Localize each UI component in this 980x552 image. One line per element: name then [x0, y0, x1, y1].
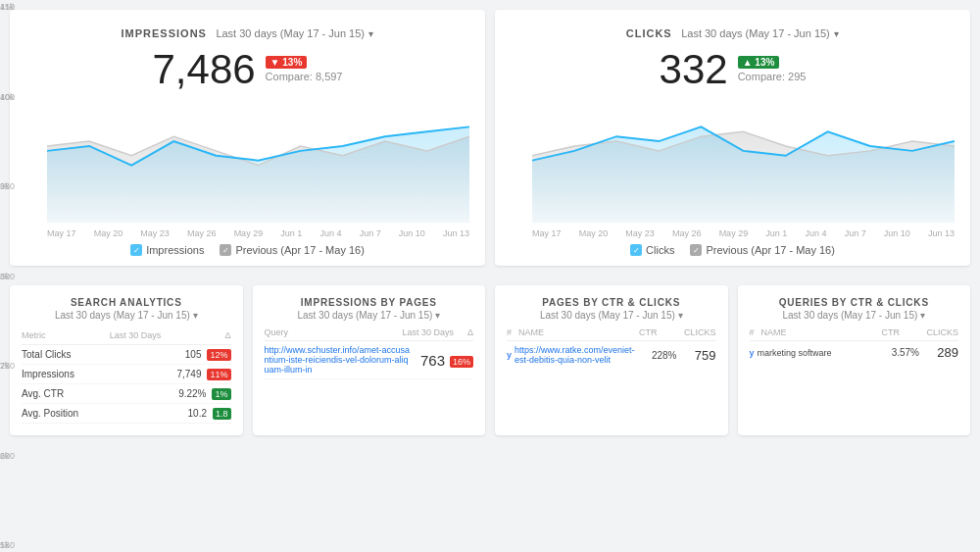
search-analytics-header: Metric Last 30 Days Δ [22, 326, 231, 345]
clicks-card: CLICKS Last 30 days (May 17 - Jun 15) ▾ … [495, 10, 970, 266]
impressions-value: 7,486 [153, 47, 256, 92]
clicks-chart [532, 98, 955, 223]
delta-badge: 1% [212, 388, 230, 400]
favicon-icon: y [750, 348, 755, 358]
search-analytics-date[interactable]: Last 30 days (May 17 - Jun 15) ▾ [22, 310, 231, 321]
search-analytics-title: SEARCH ANALYTICS [22, 297, 231, 308]
pages-ctr-clicks-card: PAGES BY CTR & CLICKS Last 30 days (May … [495, 285, 728, 435]
impressions-compare: Compare: 8,597 [266, 71, 343, 82]
impressions-prev-checkbox[interactable]: ✓ [220, 244, 231, 256]
pages-ctr-date[interactable]: Last 30 days (May 17 - Jun 15) ▾ [507, 310, 716, 321]
favicon-icon: y [507, 350, 512, 360]
table-row: Avg. Position 10.2 1.8 [22, 404, 231, 424]
impressions-by-pages-card: IMPRESSIONS BY PAGES Last 30 days (May 1… [253, 285, 486, 435]
impressions-pages-date[interactable]: Last 30 days (May 17 - Jun 15) ▾ [265, 310, 474, 321]
queries-ctr-clicks-card: QUERIES BY CTR & CLICKS Last 30 days (Ma… [738, 285, 971, 435]
legend-impressions[interactable]: ✓ Impressions [130, 244, 204, 256]
pages-ctr-title: PAGES BY CTR & CLICKS [507, 297, 716, 308]
legend-clicks-prev[interactable]: ✓ Previous (Apr 17 - May 16) [690, 244, 834, 256]
impressions-badge: ▼ 13% [266, 56, 308, 69]
clicks-x-axis: May 17May 20May 23May 26May 29 Jun 1Jun … [532, 228, 955, 238]
impressions-chart [47, 98, 469, 223]
delta-badge: 11% [207, 369, 230, 380]
impressions-checkbox[interactable]: ✓ [130, 244, 142, 256]
list-item: http://www.schuster.info/amet-accusantiu… [265, 341, 474, 379]
queries-ctr-date[interactable]: Last 30 days (May 17 - Jun 15) ▾ [750, 310, 959, 321]
table-row: Impressions 7,749 11% [22, 365, 231, 384]
clicks-y-axis: 450400350300250200150 [0, 0, 15, 552]
clicks-legend: ✓ Clicks ✓ Previous (Apr 17 - May 16) [511, 244, 955, 256]
impressions-date: Last 30 days (May 17 - Jun 15) [216, 27, 365, 39]
impressions-pages-title: IMPRESSIONS BY PAGES [265, 297, 474, 308]
table-row: Avg. CTR 9.22% 1% [22, 384, 231, 404]
clicks-value: 332 [660, 47, 728, 92]
pages-ctr-header: # NAME CTR CLICKS [507, 325, 716, 341]
impressions-dropdown-icon[interactable]: ▾ [368, 28, 373, 39]
table-row: Total Clicks 105 12% [22, 345, 231, 365]
impressions-title: IMPRESSIONS [122, 27, 207, 39]
list-item: y https://www.ratke.com/eveniet-est-debi… [507, 341, 716, 369]
impressions-card: IMPRESSIONS Last 30 days (May 17 - Jun 1… [10, 10, 485, 266]
delta-badge: 1.8 [213, 408, 231, 420]
queries-ctr-title: QUERIES BY CTR & CLICKS [750, 297, 959, 308]
clicks-checkbox[interactable]: ✓ [630, 244, 642, 256]
queries-ctr-header: # NAME CTR CLICKS [750, 325, 959, 341]
pages-ctr-dropdown[interactable]: ▾ [678, 310, 683, 321]
clicks-date: Last 30 days (May 17 - Jun 15) [681, 27, 830, 39]
delta-badge: 12% [207, 349, 230, 361]
search-analytics-dropdown[interactable]: ▾ [193, 310, 198, 321]
clicks-badge: ▲ 13% [738, 56, 780, 69]
legend-impressions-prev[interactable]: ✓ Previous (Apr 17 - May 16) [220, 244, 364, 256]
clicks-prev-checkbox[interactable]: ✓ [690, 244, 702, 256]
page-impressions-value: 763 [420, 352, 445, 369]
search-analytics-card: SEARCH ANALYTICS Last 30 days (May 17 - … [10, 285, 243, 435]
impressions-legend: ✓ Impressions ✓ Previous (Apr 17 - May 1… [25, 244, 469, 256]
clicks-title: CLICKS [626, 27, 672, 39]
impressions-pages-dropdown[interactable]: ▾ [435, 310, 440, 321]
impressions-x-axis: May 17May 20May 23May 26May 29 Jun 1Jun … [47, 228, 469, 238]
list-item: y marketing software 3.57% 289 [750, 341, 959, 364]
clicks-compare: Compare: 295 [738, 71, 807, 82]
clicks-dropdown-icon[interactable]: ▾ [834, 28, 839, 39]
queries-ctr-dropdown[interactable]: ▾ [920, 310, 925, 321]
impressions-pages-header: Query Last 30 Days Δ [265, 325, 474, 341]
legend-clicks[interactable]: ✓ Clicks [630, 244, 674, 256]
delta-badge: 16% [450, 356, 473, 368]
